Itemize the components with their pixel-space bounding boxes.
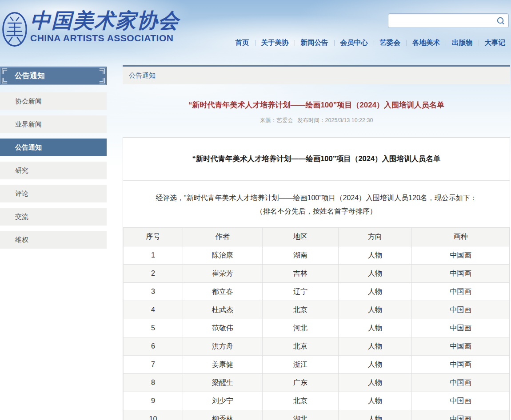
table-cell: 5	[124, 319, 183, 337]
table-cell: 人物	[339, 265, 412, 283]
search-box	[388, 13, 509, 28]
table-cell: 3	[124, 283, 183, 301]
table-cell: 陈治康	[183, 246, 262, 265]
nav-item[interactable]: 会员中心	[335, 38, 374, 48]
table-row: 9刘少宁北京人物中国画	[124, 392, 510, 410]
sidebar-title-label: 公告通知	[15, 71, 45, 80]
table-cell: 崔荣芳	[183, 265, 262, 283]
breadcrumb-label[interactable]: 公告通知	[129, 71, 156, 79]
fret-ornament-icon	[99, 78, 105, 83]
table-cell: 人物	[339, 392, 412, 410]
table-cell: 人物	[339, 410, 412, 420]
table-row: 8梁醒生广东人物中国画	[124, 374, 510, 392]
sidebar-item[interactable]: 交流	[0, 208, 107, 226]
sidebar-item[interactable]: 业界新闻	[0, 115, 107, 133]
document-title: “新时代青年美术人才培养计划——绘画100”项目（2024）入围培训人员名单	[123, 138, 510, 181]
table-cell: 中国画	[412, 392, 510, 410]
search-input[interactable]	[388, 14, 495, 28]
table-cell: 中国画	[412, 374, 510, 392]
table-cell: 9	[124, 392, 183, 410]
table-cell: 辽宁	[262, 283, 338, 301]
fret-ornament-icon	[2, 68, 8, 74]
table-cell: 刘少宁	[183, 392, 262, 410]
logo-text: 中国美术家协会 CHINA ARTISTS ASSOCIATION	[30, 9, 180, 44]
nav-item[interactable]: 新闻公告	[295, 38, 334, 48]
table-cell: 北京	[262, 301, 338, 319]
sidebar-item[interactable]: 公告通知	[0, 139, 107, 156]
sidebar-item[interactable]: 协会新闻	[0, 92, 107, 110]
logo-chinese-name: 中国美术家协会	[30, 9, 180, 32]
fret-ornament-icon	[2, 78, 8, 83]
table-cell: 广东	[262, 374, 338, 392]
table-cell: 河北	[262, 319, 338, 337]
nav-item[interactable]: 关于美协	[256, 38, 295, 48]
nav-item[interactable]: 艺委会	[374, 38, 407, 48]
table-row: 2崔荣芳吉林人物中国画	[124, 265, 510, 283]
sidebar-item[interactable]: 研究	[0, 162, 107, 179]
table-cell: 7	[124, 356, 183, 374]
table-cell: 梁醒生	[183, 374, 262, 392]
sidebar-item[interactable]: 维权	[0, 231, 107, 249]
table-header-cell: 地区	[262, 228, 338, 246]
table-cell: 湖南	[262, 246, 338, 265]
logo-english-name: CHINA ARTISTS ASSOCIATION	[30, 33, 180, 44]
table-cell: 中国画	[412, 283, 510, 301]
page: 中国美术家协会 CHINA ARTISTS ASSOCIATION 首页关于美协…	[0, 0, 511, 420]
table-cell: 人物	[339, 283, 412, 301]
table-cell: 中国画	[412, 337, 510, 356]
table-cell: 6	[124, 337, 183, 356]
site-logo[interactable]: 中国美术家协会 CHINA ARTISTS ASSOCIATION	[2, 9, 180, 50]
table-cell: 中国画	[412, 265, 510, 283]
sidebar-menu: 协会新闻业界新闻公告通知研究评论交流维权	[0, 92, 107, 249]
table-cell: 吉林	[262, 265, 338, 283]
article-title: “新时代青年美术人才培养计划——绘画100”项目（2024）入围培训人员名单	[123, 100, 510, 110]
article-publish-time: 发布时间：2025/3/13 10:22:30	[297, 117, 373, 123]
table-cell: 洪方舟	[183, 337, 262, 356]
table-row: 3都立春辽宁人物中国画	[124, 283, 510, 301]
table-cell: 都立春	[183, 283, 262, 301]
table-cell: 柳秀林	[183, 410, 262, 420]
main-nav: 首页关于美协新闻公告会员中心艺委会各地美术出版物大事记	[230, 38, 511, 48]
breadcrumb: 公告通知	[123, 65, 510, 84]
table-row: 5范敬伟河北人物中国画	[124, 319, 510, 337]
table-cell: 人物	[339, 301, 412, 319]
table-row: 6洪方舟北京人物中国画	[124, 337, 510, 356]
table-row: 7姜康健浙江人物中国画	[124, 356, 510, 374]
table-cell: 中国画	[412, 246, 510, 265]
table-header-cell: 作者	[183, 228, 262, 246]
nav-item[interactable]: 各地美术	[407, 38, 446, 48]
table-row: 1陈治康湖南人物中国画	[124, 246, 510, 265]
table-header-row: 序号作者地区方向画种	[124, 228, 510, 246]
table-cell: 杜武杰	[183, 301, 262, 319]
site-header: 中国美术家协会 CHINA ARTISTS ASSOCIATION 首页关于美协…	[0, 0, 511, 65]
nav-item[interactable]: 出版物	[446, 38, 479, 48]
table-cell: 浙江	[262, 356, 338, 374]
article-source: 来源：艺委会	[260, 117, 293, 123]
article-meta: 来源：艺委会 发布时间：2025/3/13 10:22:30	[123, 117, 510, 124]
search-icon[interactable]	[496, 16, 505, 27]
table-head: 序号作者地区方向画种	[124, 228, 510, 246]
table-cell: 4	[124, 301, 183, 319]
table-row: 10柳秀林湖北人物中国画	[124, 410, 510, 420]
sidebar: 公告通知 协会新闻业界新闻公告通知研究评论交流维权	[0, 67, 107, 254]
table-cell: 湖北	[262, 410, 338, 420]
table-cell: 北京	[262, 392, 338, 410]
table-cell: 8	[124, 374, 183, 392]
table-body: 1陈治康湖南人物中国画2崔荣芳吉林人物中国画3都立春辽宁人物中国画4杜武杰北京人…	[124, 246, 510, 420]
table-cell: 人物	[339, 246, 412, 265]
sidebar-item[interactable]: 评论	[0, 185, 107, 202]
article-body: “新时代青年美术人才培养计划——绘画100”项目（2024）入围培训人员名单 经…	[123, 137, 510, 420]
table-cell: 人物	[339, 374, 412, 392]
table-cell: 人物	[339, 356, 412, 374]
table-cell: 2	[124, 265, 183, 283]
table-cell: 姜康健	[183, 356, 262, 374]
nav-item[interactable]: 首页	[230, 38, 255, 48]
nav-item[interactable]: 大事记	[479, 38, 511, 48]
trainees-table: 序号作者地区方向画种 1陈治康湖南人物中国画2崔荣芳吉林人物中国画3都立春辽宁人…	[123, 227, 510, 420]
table-cell: 中国画	[412, 410, 510, 420]
table-cell: 中国画	[412, 356, 510, 374]
association-seal-icon	[2, 11, 28, 50]
fret-ornament-icon	[99, 68, 105, 74]
table-cell: 10	[124, 410, 183, 420]
table-cell: 范敬伟	[183, 319, 262, 337]
